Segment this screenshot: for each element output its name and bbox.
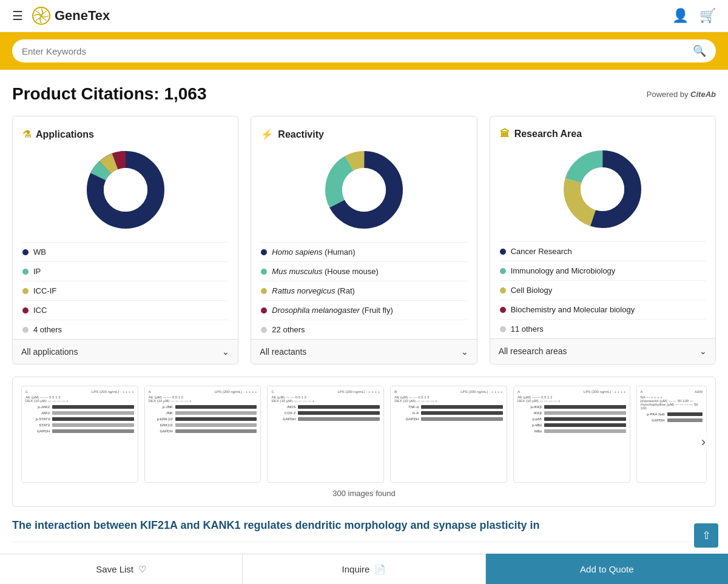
images-count: 300 images found: [21, 489, 707, 498]
research-area-icon: 🏛: [500, 129, 510, 139]
main-content: Product Citations: 1,063 Powered by Cite…: [0, 70, 728, 557]
legend-mouse: Mus musculus (House mouse): [261, 261, 467, 281]
legend-dot-iccif: [22, 288, 29, 294]
research-area-card: 🏛 Research Area: [490, 116, 716, 364]
search-input[interactable]: [22, 46, 693, 56]
reactivity-dropdown[interactable]: All reactants ⌄: [251, 339, 476, 364]
western-blot-5: ALPS (200 ng/mL) - + + + + AE (μM) — — 0…: [514, 386, 630, 482]
legend-dot-human: [261, 249, 267, 255]
reactivity-donut-wrapper: [261, 147, 467, 232]
applications-dropdown[interactable]: All applications ⌄: [13, 339, 238, 364]
western-blot-6: AA205l NA — + + + + propranolol (μM) — —…: [637, 386, 706, 482]
reactivity-card: ⚡ Reactivity: [251, 116, 477, 364]
legend-dot-wb: [22, 249, 29, 255]
legend-others-react: 22 others: [261, 320, 467, 339]
western-blot-4: BLPS (200 ng/mL) - + + + + AE (μM) — — 0…: [391, 386, 507, 482]
citations-header: Product Citations: 1,063 Powered by Cite…: [12, 84, 716, 104]
applications-donut-chart: [83, 147, 168, 232]
powered-by: Powered by CiteAb: [647, 90, 716, 99]
legend-biochem: Biochemistry and Molecular biology: [500, 300, 706, 319]
legend-dot-biochem: [500, 307, 506, 313]
reactivity-donut-chart: [322, 147, 406, 232]
image-item-5[interactable]: ALPS (200 ng/mL) - + + + + AE (μM) — — 0…: [513, 386, 630, 483]
images-row: CLPS (200 ng/mL) - + + + + AE (μM) — — 0…: [21, 386, 707, 483]
legend-icc: ICC: [22, 300, 228, 320]
header-right: 👤 🛒: [672, 8, 716, 24]
legend-human: Homo sapiens (Human): [261, 242, 467, 261]
image-item-1[interactable]: CLPS (200 ng/mL) - + + + + AE (μM) — — 0…: [21, 386, 138, 483]
search-bar-wrapper: 🔍: [0, 32, 728, 70]
inquire-button[interactable]: Inquire 📄: [243, 554, 485, 557]
legend-others-research: 11 others: [500, 319, 706, 338]
save-list-button[interactable]: Save List ♡: [0, 554, 243, 557]
reactivity-card-title: ⚡ Reactivity: [261, 129, 467, 140]
cart-icon[interactable]: 🛒: [699, 8, 716, 24]
legend-dot-ip: [22, 269, 29, 275]
legend-others-app: 4 others: [22, 320, 228, 339]
chevron-down-icon-research: ⌄: [699, 346, 707, 356]
research-area-donut-wrapper: [500, 147, 706, 232]
legend-cancer: Cancer Research: [500, 241, 706, 261]
legend-iccif: ICC-IF: [22, 281, 228, 300]
research-area-card-title: 🏛 Research Area: [500, 129, 706, 139]
scroll-to-top-button[interactable]: ⇧: [694, 523, 718, 548]
legend-dot-immunology: [500, 268, 506, 274]
legend-drosophila: Drosophila melanogaster (Fruit fly): [261, 300, 467, 320]
cards-row: ⚗ Applications: [12, 116, 716, 364]
logo[interactable]: GeneTex: [32, 6, 110, 25]
image-item-2[interactable]: ALPS (200 ng/mL) - + + + + AE (μM) — — 0…: [144, 386, 261, 483]
chevron-down-icon: ⌄: [222, 347, 229, 357]
next-images-button[interactable]: ›: [698, 432, 709, 452]
genetex-logo-icon: [32, 6, 51, 25]
header-left: ☰ GeneTex: [12, 6, 110, 25]
research-area-donut-chart: [560, 147, 645, 232]
search-bar: 🔍: [12, 39, 716, 62]
legend-dot-others-research: [500, 326, 506, 332]
svg-point-6: [104, 168, 147, 212]
legend-immunology: Immunology and Microbiology: [500, 261, 706, 280]
image-item-6[interactable]: AA205l NA — + + + + propranolol (μM) — —…: [636, 386, 707, 483]
legend-wb: WB: [22, 242, 228, 261]
legend-cell-bio: Cell Biology: [500, 280, 706, 300]
applications-donut-wrapper: [22, 147, 228, 232]
citations-title: Product Citations: 1,063: [12, 84, 207, 104]
article-title[interactable]: The interaction between KIF21A and KANK1…: [12, 519, 716, 542]
search-icon[interactable]: 🔍: [693, 44, 706, 58]
legend-rat: Rattus norvegicus (Rat): [261, 281, 467, 300]
western-blot-3: CLPS (200 ng/mL) - + + + + AE (μM) — — 0…: [268, 386, 383, 482]
legend-dot-drosophila: [261, 307, 267, 314]
reactivity-icon: ⚡: [261, 129, 273, 140]
applications-icon: ⚗: [22, 129, 31, 140]
svg-point-18: [581, 167, 624, 211]
bottom-bar: Save List ♡ Inquire 📄 Add to Quote: [0, 554, 728, 557]
legend-ip: IP: [22, 261, 228, 281]
legend-dot-cell-bio: [500, 287, 506, 294]
legend-dot-icc: [22, 307, 29, 314]
legend-dot-cancer: [500, 249, 506, 255]
legend-dot-rat: [261, 288, 267, 294]
western-blot-1: CLPS (200 ng/mL) - + + + + AE (μM) — — 0…: [22, 386, 138, 482]
legend-dot-mouse: [261, 269, 267, 275]
chevron-down-icon-reactivity: ⌄: [461, 347, 468, 357]
logo-text: GeneTex: [55, 8, 110, 24]
legend-dot-others-react: [261, 327, 267, 333]
applications-card: ⚗ Applications: [12, 116, 238, 364]
research-area-dropdown[interactable]: All research areas ⌄: [490, 338, 715, 363]
western-blot-2: ALPS (200 ng/mL) - + + + + AE (μM) — — 0…: [145, 386, 261, 482]
applications-card-title: ⚗ Applications: [22, 129, 228, 140]
legend-dot-others-app: [22, 327, 29, 333]
svg-point-12: [342, 168, 386, 212]
header: ☰ GeneTex 👤 🛒: [0, 0, 728, 32]
add-to-quote-button[interactable]: Add to Quote: [486, 554, 728, 557]
images-section: CLPS (200 ng/mL) - + + + + AE (μM) — — 0…: [12, 377, 716, 507]
hamburger-menu-icon[interactable]: ☰: [12, 8, 23, 23]
image-item-4[interactable]: BLPS (200 ng/mL) - + + + + AE (μM) — — 0…: [390, 386, 507, 483]
image-item-3[interactable]: CLPS (200 ng/mL) - + + + + AE (μM) — — 0…: [267, 386, 384, 483]
user-icon[interactable]: 👤: [672, 8, 689, 24]
